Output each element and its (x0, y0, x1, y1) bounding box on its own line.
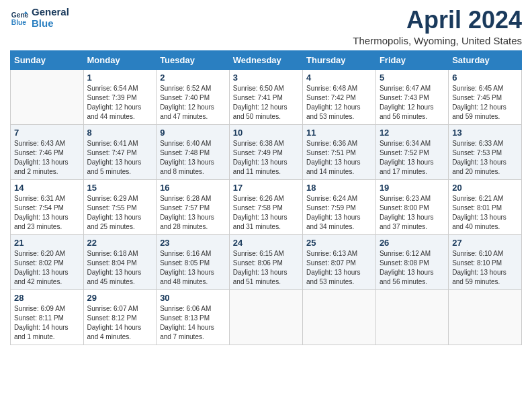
day-number: 10 (233, 128, 299, 138)
calendar-day-cell: 14Sunrise: 6:31 AMSunset: 7:54 PMDayligh… (11, 179, 84, 234)
day-number: 14 (14, 183, 80, 193)
day-number: 8 (87, 128, 153, 138)
title-area: April 2024 Thermopolis, Wyoming, United … (353, 7, 522, 46)
day-info: Sunrise: 6:16 AMSunset: 8:05 PMDaylight:… (160, 249, 226, 287)
day-header-saturday: Saturday (449, 50, 522, 69)
day-number: 24 (233, 238, 299, 248)
day-info: Sunrise: 6:23 AMSunset: 8:00 PMDaylight:… (380, 194, 445, 232)
calendar-day-cell: 25Sunrise: 6:13 AMSunset: 8:07 PMDayligh… (303, 234, 376, 289)
calendar-table: SundayMondayTuesdayWednesdayThursdayFrid… (10, 50, 522, 345)
calendar-week-row: 28Sunrise: 6:09 AMSunset: 8:11 PMDayligh… (11, 289, 522, 345)
day-number: 20 (452, 183, 518, 193)
day-number: 18 (306, 183, 372, 193)
calendar-day-cell (375, 289, 448, 345)
calendar-day-cell: 9Sunrise: 6:40 AMSunset: 7:48 PMDaylight… (157, 124, 230, 179)
day-info: Sunrise: 6:45 AMSunset: 7:45 PMDaylight:… (452, 84, 518, 122)
calendar-day-cell: 19Sunrise: 6:23 AMSunset: 8:00 PMDayligh… (375, 179, 448, 234)
day-info: Sunrise: 6:12 AMSunset: 8:08 PMDaylight:… (380, 249, 445, 287)
calendar-day-cell: 6Sunrise: 6:45 AMSunset: 7:45 PMDaylight… (449, 69, 522, 124)
day-info: Sunrise: 6:07 AMSunset: 8:12 PMDaylight:… (87, 304, 153, 342)
day-number: 5 (380, 73, 445, 83)
day-info: Sunrise: 6:52 AMSunset: 7:40 PMDaylight:… (160, 84, 226, 122)
day-number: 21 (14, 238, 80, 248)
day-info: Sunrise: 6:33 AMSunset: 7:53 PMDaylight:… (452, 139, 518, 177)
day-number: 13 (452, 128, 518, 138)
calendar-day-cell: 2Sunrise: 6:52 AMSunset: 7:40 PMDaylight… (157, 69, 230, 124)
calendar-day-cell: 8Sunrise: 6:41 AMSunset: 7:47 PMDaylight… (83, 124, 157, 179)
day-number: 23 (160, 238, 226, 248)
day-info: Sunrise: 6:18 AMSunset: 8:04 PMDaylight:… (87, 249, 153, 287)
calendar-day-cell: 21Sunrise: 6:20 AMSunset: 8:02 PMDayligh… (11, 234, 84, 289)
logo-general: General (32, 7, 69, 18)
svg-text:Blue: Blue (11, 19, 27, 26)
calendar-week-row: 7Sunrise: 6:43 AMSunset: 7:46 PMDaylight… (11, 124, 522, 179)
day-number: 12 (380, 128, 445, 138)
day-number: 15 (87, 183, 153, 193)
day-number: 16 (160, 183, 226, 193)
day-header-sunday: Sunday (11, 50, 84, 69)
day-number: 29 (87, 293, 153, 303)
day-info: Sunrise: 6:34 AMSunset: 7:52 PMDaylight:… (380, 139, 445, 177)
month-title: April 2024 (353, 7, 522, 34)
day-info: Sunrise: 6:41 AMSunset: 7:47 PMDaylight:… (87, 139, 153, 177)
calendar-day-cell (229, 289, 302, 345)
day-info: Sunrise: 6:38 AMSunset: 7:49 PMDaylight:… (233, 139, 299, 177)
day-info: Sunrise: 6:54 AMSunset: 7:39 PMDaylight:… (87, 84, 153, 122)
calendar-day-cell: 20Sunrise: 6:21 AMSunset: 8:01 PMDayligh… (449, 179, 522, 234)
calendar-day-cell: 10Sunrise: 6:38 AMSunset: 7:49 PMDayligh… (229, 124, 302, 179)
day-number: 1 (87, 73, 153, 83)
day-number: 6 (452, 73, 518, 83)
day-number: 17 (233, 183, 299, 193)
calendar-day-cell: 29Sunrise: 6:07 AMSunset: 8:12 PMDayligh… (83, 289, 157, 345)
day-header-monday: Monday (83, 50, 157, 69)
calendar-day-cell: 16Sunrise: 6:28 AMSunset: 7:57 PMDayligh… (157, 179, 230, 234)
day-info: Sunrise: 6:20 AMSunset: 8:02 PMDaylight:… (14, 249, 80, 287)
day-header-wednesday: Wednesday (229, 50, 302, 69)
day-info: Sunrise: 6:28 AMSunset: 7:57 PMDaylight:… (160, 194, 226, 232)
day-number: 26 (380, 238, 445, 248)
day-info: Sunrise: 6:29 AMSunset: 7:55 PMDaylight:… (87, 194, 153, 232)
calendar-week-row: 1Sunrise: 6:54 AMSunset: 7:39 PMDaylight… (11, 69, 522, 124)
day-number: 28 (14, 293, 80, 303)
day-info: Sunrise: 6:31 AMSunset: 7:54 PMDaylight:… (14, 194, 80, 232)
day-info: Sunrise: 6:40 AMSunset: 7:48 PMDaylight:… (160, 139, 226, 177)
calendar-day-cell: 23Sunrise: 6:16 AMSunset: 8:05 PMDayligh… (157, 234, 230, 289)
calendar-day-cell: 11Sunrise: 6:36 AMSunset: 7:51 PMDayligh… (303, 124, 376, 179)
calendar-day-cell: 4Sunrise: 6:48 AMSunset: 7:42 PMDaylight… (303, 69, 376, 124)
day-header-friday: Friday (375, 50, 448, 69)
day-number: 11 (306, 128, 372, 138)
logo-blue: Blue (32, 18, 69, 30)
calendar-day-cell: 22Sunrise: 6:18 AMSunset: 8:04 PMDayligh… (83, 234, 157, 289)
day-number: 27 (452, 238, 518, 248)
calendar-day-cell: 1Sunrise: 6:54 AMSunset: 7:39 PMDaylight… (83, 69, 157, 124)
day-number: 9 (160, 128, 226, 138)
day-info: Sunrise: 6:26 AMSunset: 7:58 PMDaylight:… (233, 194, 299, 232)
calendar-day-cell (11, 69, 84, 124)
location-title: Thermopolis, Wyoming, United States (353, 35, 522, 46)
day-info: Sunrise: 6:06 AMSunset: 8:13 PMDaylight:… (160, 304, 226, 342)
day-info: Sunrise: 6:09 AMSunset: 8:11 PMDaylight:… (14, 304, 80, 342)
day-info: Sunrise: 6:36 AMSunset: 7:51 PMDaylight:… (306, 139, 372, 177)
day-number: 25 (306, 238, 372, 248)
day-number: 22 (87, 238, 153, 248)
day-info: Sunrise: 6:10 AMSunset: 8:10 PMDaylight:… (452, 249, 518, 287)
day-info: Sunrise: 6:50 AMSunset: 7:41 PMDaylight:… (233, 84, 299, 122)
calendar-day-cell: 12Sunrise: 6:34 AMSunset: 7:52 PMDayligh… (375, 124, 448, 179)
calendar-day-cell: 24Sunrise: 6:15 AMSunset: 8:06 PMDayligh… (229, 234, 302, 289)
calendar-day-cell: 3Sunrise: 6:50 AMSunset: 7:41 PMDaylight… (229, 69, 302, 124)
calendar-day-cell (449, 289, 522, 345)
calendar-week-row: 14Sunrise: 6:31 AMSunset: 7:54 PMDayligh… (11, 179, 522, 234)
day-header-tuesday: Tuesday (157, 50, 230, 69)
logo-icon: General Blue (10, 9, 29, 28)
day-info: Sunrise: 6:15 AMSunset: 8:06 PMDaylight:… (233, 249, 299, 287)
day-info: Sunrise: 6:13 AMSunset: 8:07 PMDaylight:… (306, 249, 372, 287)
day-info: Sunrise: 6:43 AMSunset: 7:46 PMDaylight:… (14, 139, 80, 177)
calendar-week-row: 21Sunrise: 6:20 AMSunset: 8:02 PMDayligh… (11, 234, 522, 289)
calendar-day-cell: 15Sunrise: 6:29 AMSunset: 7:55 PMDayligh… (83, 179, 157, 234)
calendar-day-cell: 17Sunrise: 6:26 AMSunset: 7:58 PMDayligh… (229, 179, 302, 234)
day-info: Sunrise: 6:47 AMSunset: 7:43 PMDaylight:… (380, 84, 445, 122)
day-number: 7 (14, 128, 80, 138)
day-info: Sunrise: 6:48 AMSunset: 7:42 PMDaylight:… (306, 84, 372, 122)
calendar-day-cell: 27Sunrise: 6:10 AMSunset: 8:10 PMDayligh… (449, 234, 522, 289)
day-info: Sunrise: 6:21 AMSunset: 8:01 PMDaylight:… (452, 194, 518, 232)
